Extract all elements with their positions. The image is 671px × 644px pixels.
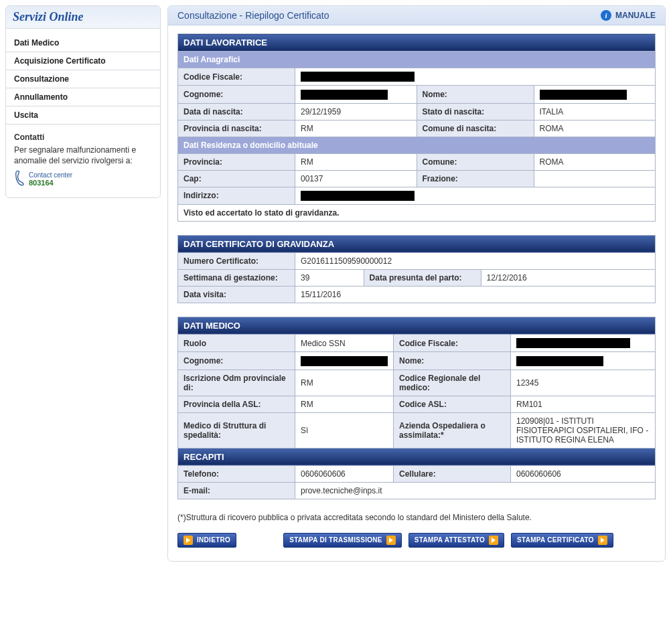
cap-value: 00137 bbox=[295, 170, 417, 187]
asl-cod-value: RM101 bbox=[511, 396, 656, 412]
prov-value: RM bbox=[295, 153, 417, 170]
print-attestato-label: STAMPA ATTESTATO bbox=[415, 536, 485, 544]
manual-label: MANUALE bbox=[615, 11, 656, 20]
cert-visita-value: 15/11/2016 bbox=[295, 286, 656, 303]
cert-visita-label: Data visita: bbox=[178, 286, 295, 303]
cognome-value bbox=[295, 86, 417, 103]
arrow-right-icon bbox=[598, 536, 607, 545]
medico-cognome-value bbox=[295, 352, 394, 370]
cf-label: Codice Fiscale: bbox=[178, 68, 295, 86]
contacts-title: Contatti bbox=[14, 133, 152, 142]
sidebar-menu: Dati Medico Acquisizione Certificato Con… bbox=[6, 29, 160, 127]
odm-value: RM bbox=[295, 370, 394, 396]
dob-label: Data di nascita: bbox=[178, 103, 295, 120]
footnote: (*)Struttura di ricovero pubblica o priv… bbox=[177, 513, 656, 522]
cert-block: DATI CERTIFICATO DI GRAVIDANZA Numero Ce… bbox=[177, 235, 656, 303]
stato-label: Stato di nascita: bbox=[417, 103, 534, 120]
comune-value: ROMA bbox=[534, 153, 656, 170]
print-certificato-label: STAMPA CERTIFICATO bbox=[517, 536, 594, 544]
sidebar-item-uscita[interactable]: Uscita bbox=[6, 106, 160, 125]
asl-cod-label: Codice ASL: bbox=[394, 396, 511, 412]
pregnancy-statement: Visto ed accertato lo stato di gravidanz… bbox=[178, 204, 656, 221]
phone-icon bbox=[14, 170, 25, 188]
prov-nasc-value: RM bbox=[295, 120, 417, 137]
azienda-label: Azienda Ospedaliera o assimilata:* bbox=[394, 412, 511, 448]
cert-num-value: G2016111509590000012 bbox=[295, 252, 656, 269]
ruolo-label: Ruolo bbox=[178, 334, 295, 351]
fraz-value bbox=[534, 170, 656, 187]
sidebar-title: Servizi Online bbox=[6, 6, 160, 29]
page-title: Consultazione - Riepilogo Certificato bbox=[177, 10, 329, 21]
medico-cf-value bbox=[511, 334, 656, 351]
codreg-label: Codice Regionale del medico: bbox=[394, 370, 511, 396]
cert-header: DATI CERTIFICATO DI GRAVIDANZA bbox=[178, 235, 656, 252]
comune-label: Comune: bbox=[417, 153, 534, 170]
prov-nasc-label: Provincia di nascita: bbox=[178, 120, 295, 137]
cognome-label: Cognome: bbox=[178, 86, 295, 103]
struttura-label: Medico di Struttura di spedalità: bbox=[178, 412, 295, 448]
comune-nasc-label: Comune di nascita: bbox=[417, 120, 534, 137]
odm-label: Iscrizione Odm provinciale di: bbox=[178, 370, 295, 396]
main-header: Consultazione - Riepilogo Certificato i … bbox=[168, 6, 665, 25]
cell-value: 0606060606 bbox=[511, 465, 656, 482]
medico-nome-label: Nome: bbox=[394, 352, 511, 370]
asl-prov-value: RM bbox=[295, 396, 394, 412]
main-panel: Consultazione - Riepilogo Certificato i … bbox=[167, 5, 666, 562]
medico-block: DATI MEDICO Ruolo Medico SSN Codice Fisc… bbox=[177, 317, 656, 499]
codreg-value: 12345 bbox=[511, 370, 656, 396]
cert-dpp-label: Data presunta del parto: bbox=[364, 269, 481, 286]
sidebar-item-consultazione[interactable]: Consultazione bbox=[6, 70, 160, 88]
ind-value bbox=[295, 187, 656, 204]
print-transmission-button[interactable]: STAMPA DI TRASMISSIONE bbox=[283, 533, 402, 548]
dob-value: 29/12/1959 bbox=[295, 103, 417, 120]
info-icon: i bbox=[601, 10, 611, 21]
ruolo-value: Medico SSN bbox=[295, 334, 394, 351]
nome-label: Nome: bbox=[417, 86, 534, 103]
contact-center[interactable]: Contact center 803164 bbox=[14, 170, 152, 188]
comune-nasc-value: ROMA bbox=[534, 120, 656, 137]
worker-block: DATI LAVORATRICE Dati Anagrafici Codice … bbox=[177, 33, 656, 222]
email-value: prove.tecniche@inps.it bbox=[295, 482, 656, 499]
arrow-right-icon bbox=[386, 536, 396, 545]
cert-sett-value: 39 bbox=[295, 269, 364, 286]
manual-link[interactable]: i MANUALE bbox=[601, 10, 656, 21]
prov-label: Provincia: bbox=[178, 153, 295, 170]
sidebar-item-annullamento[interactable]: Annullamento bbox=[6, 88, 160, 106]
sidebar: Servizi Online Dati Medico Acquisizione … bbox=[5, 5, 161, 198]
worker-header: DATI LAVORATRICE bbox=[178, 34, 656, 52]
medico-nome-value bbox=[511, 352, 656, 370]
contact-center-label: Contact center bbox=[29, 171, 72, 179]
stato-value: ITALIA bbox=[534, 103, 656, 120]
medico-header: DATI MEDICO bbox=[178, 317, 656, 334]
azienda-value: 120908|01 - ISTITUTI FISIOTERAPICI OSPIT… bbox=[511, 412, 656, 448]
asl-prov-label: Provincia della ASL: bbox=[178, 396, 295, 412]
medico-cognome-label: Cognome: bbox=[178, 352, 295, 370]
cert-num-label: Numero Certificato: bbox=[178, 252, 295, 269]
cap-label: Cap: bbox=[178, 170, 295, 187]
recapiti-header: RECAPITI bbox=[178, 448, 656, 465]
worker-resid-subheader: Dati Residenza o domicilio abituale bbox=[178, 137, 656, 153]
cf-value bbox=[295, 68, 656, 86]
back-button-label: INDIETRO bbox=[197, 536, 230, 544]
ind-label: Indirizzo: bbox=[178, 187, 295, 204]
arrow-left-icon bbox=[183, 536, 193, 545]
struttura-value: Sì bbox=[295, 412, 394, 448]
cert-sett-label: Settimana di gestazione: bbox=[178, 269, 295, 286]
print-transmission-label: STAMPA DI TRASMISSIONE bbox=[289, 536, 382, 544]
button-row: INDIETRO STAMPA DI TRASMISSIONE STAMPA A… bbox=[177, 533, 656, 548]
worker-anag-subheader: Dati Anagrafici bbox=[178, 52, 656, 68]
arrow-right-icon bbox=[489, 536, 498, 545]
back-button[interactable]: INDIETRO bbox=[177, 533, 236, 548]
medico-cf-label: Codice Fiscale: bbox=[394, 334, 511, 351]
print-attestato-button[interactable]: STAMPA ATTESTATO bbox=[408, 533, 504, 548]
print-certificato-button[interactable]: STAMPA CERTIFICATO bbox=[511, 533, 613, 548]
email-label: E-mail: bbox=[178, 482, 295, 499]
cell-label: Cellulare: bbox=[394, 465, 511, 482]
sidebar-item-dati-medico[interactable]: Dati Medico bbox=[6, 34, 160, 52]
sidebar-item-acquisizione[interactable]: Acquisizione Certificato bbox=[6, 52, 160, 70]
fraz-label: Frazione: bbox=[417, 170, 534, 187]
contact-center-phone: 803164 bbox=[29, 179, 72, 187]
contacts-block: Contatti Per segnalare malfunzionamenti … bbox=[6, 127, 160, 197]
nome-value bbox=[534, 86, 656, 103]
cert-dpp-value: 12/12/2016 bbox=[481, 269, 655, 286]
